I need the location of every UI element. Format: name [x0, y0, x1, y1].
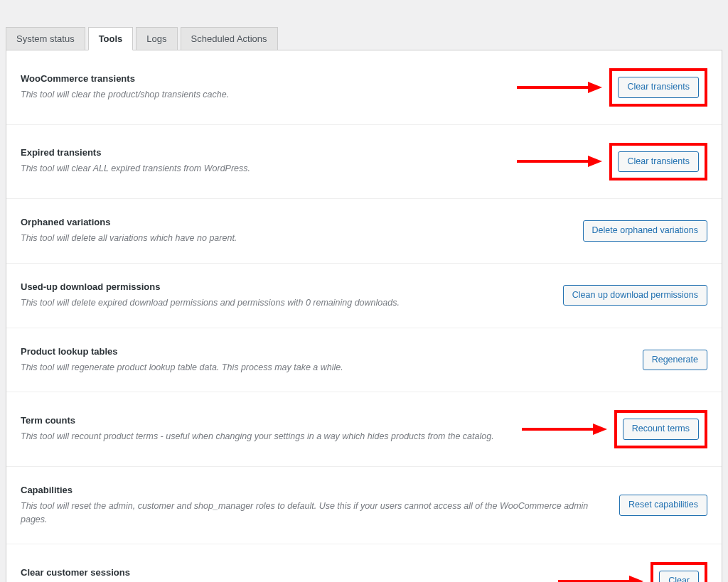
arrow-annotation-icon: [517, 80, 602, 95]
tool-title: Clear customer sessions: [21, 567, 636, 578]
tool-row-woocommerce-transients: WooCommerce transients This tool will cl…: [6, 50, 722, 125]
clean-up-download-permissions-button[interactable]: Clean up download permissions: [563, 285, 707, 306]
tool-row-clear-customer-sessions: Clear customer sessions Note: This tool …: [6, 544, 722, 582]
tool-row-orphaned-variations: Orphaned variations This tool will delet…: [6, 199, 722, 264]
arrow-annotation-icon: [517, 154, 602, 168]
tool-action: Recount terms: [614, 410, 707, 448]
tool-title: Orphaned variations: [21, 217, 569, 227]
arrow-annotation-icon: [522, 422, 607, 436]
svg-marker-7: [629, 576, 643, 582]
arrow-annotation-icon: [558, 574, 643, 582]
highlight-annotation: Clear transients: [609, 143, 707, 181]
tool-action: Clean up download permissions: [563, 285, 707, 306]
tool-action: Reset capabilities: [619, 495, 707, 516]
tab-scheduled-actions[interactable]: Scheduled Actions: [181, 27, 278, 50]
tool-row-capabilities: Capabilities This tool will reset the ad…: [6, 467, 722, 545]
highlight-annotation: Clear transients: [609, 68, 707, 107]
tool-description: This tool will delete all variations whi…: [21, 232, 569, 245]
header-area: System status Tools Logs Scheduled Actio…: [0, 0, 728, 50]
delete-orphaned-variations-button[interactable]: Delete orphaned variations: [583, 220, 707, 242]
tool-title: WooCommerce transients: [21, 73, 595, 84]
tool-info: Orphaned variations This tool will delet…: [21, 217, 583, 245]
tool-info: Clear customer sessions Note: This tool …: [21, 567, 651, 582]
tool-info: Product lookup tables This tool will reg…: [21, 346, 643, 374]
tool-info: Used-up download permissions This tool w…: [21, 281, 563, 310]
tool-description: This tool will delete expired download p…: [21, 296, 549, 310]
tool-title: Product lookup tables: [21, 346, 628, 357]
tool-row-term-counts: Term counts This tool will recount produ…: [6, 392, 722, 467]
tool-info: Capabilities This tool will reset the ad…: [21, 485, 619, 527]
tool-title: Used-up download permissions: [21, 281, 549, 292]
tool-title: Expired transients: [21, 147, 595, 158]
tool-title: Capabilities: [21, 485, 605, 495]
svg-marker-3: [588, 156, 602, 167]
tool-description: This tool will recount product terms - u…: [21, 430, 600, 443]
reset-capabilities-button[interactable]: Reset capabilities: [619, 495, 707, 516]
tab-system-status[interactable]: System status: [6, 27, 85, 50]
tab-tools[interactable]: Tools: [88, 27, 134, 50]
recount-terms-button[interactable]: Recount terms: [623, 419, 699, 440]
highlight-annotation: Clear: [651, 562, 707, 582]
tool-action: Regenerate: [643, 350, 707, 371]
tool-action: Clear transients: [609, 68, 707, 107]
highlight-annotation: Recount terms: [614, 410, 707, 448]
tool-row-used-up-download-permissions: Used-up download permissions This tool w…: [6, 264, 722, 328]
tools-panel: WooCommerce transients This tool will cl…: [6, 50, 722, 582]
tab-logs[interactable]: Logs: [136, 27, 177, 50]
svg-marker-1: [588, 82, 602, 93]
clear-transients-button[interactable]: Clear transients: [618, 77, 699, 98]
tool-row-expired-transients: Expired transients This tool will clear …: [6, 125, 722, 200]
clear-button[interactable]: Clear: [659, 571, 699, 582]
tabs-nav: System status Tools Logs Scheduled Actio…: [6, 6, 722, 50]
tool-description: This tool will reset the admin, customer…: [21, 500, 605, 527]
tool-title: Term counts: [21, 415, 600, 426]
tool-description: This tool will clear ALL expired transie…: [21, 162, 595, 176]
tool-action: Clear transients: [609, 143, 707, 181]
tool-description: This tool will clear the product/shop tr…: [21, 88, 595, 102]
tool-action: Clear: [651, 562, 707, 582]
svg-marker-5: [593, 424, 607, 435]
tool-row-product-lookup-tables: Product lookup tables This tool will reg…: [6, 328, 722, 393]
tool-action: Delete orphaned variations: [583, 220, 707, 242]
clear-transients-button[interactable]: Clear transients: [618, 151, 699, 173]
regenerate-button[interactable]: Regenerate: [643, 350, 707, 371]
tool-description: This tool will regenerate product lookup…: [21, 361, 628, 374]
